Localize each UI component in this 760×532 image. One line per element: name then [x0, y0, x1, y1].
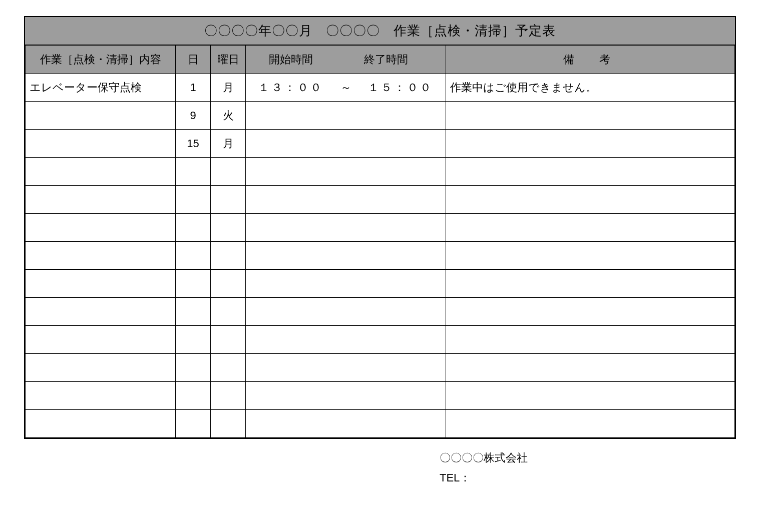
cell-end [356, 410, 446, 438]
cell-weekday [211, 270, 246, 298]
cell-start [246, 270, 336, 298]
cell-weekday [211, 354, 246, 382]
cell-end [356, 242, 446, 270]
cell-separator [336, 326, 356, 354]
cell-content [26, 326, 176, 354]
cell-start [246, 214, 336, 242]
cell-separator [336, 186, 356, 214]
cell-weekday [211, 186, 246, 214]
cell-end: １５：００ [356, 74, 446, 102]
cell-weekday [211, 298, 246, 326]
cell-content [26, 410, 176, 438]
cell-separator [336, 298, 356, 326]
cell-end [356, 214, 446, 242]
table-row [26, 186, 735, 214]
cell-separator [336, 270, 356, 298]
table-row [26, 326, 735, 354]
cell-separator [336, 354, 356, 382]
schedule-table: 作業［点検・清掃］内容 日 曜日 開始時間 終了時間 備 考 エレベーター保守点… [25, 45, 735, 438]
cell-separator [336, 382, 356, 410]
cell-content [26, 158, 176, 186]
cell-day [176, 298, 211, 326]
table-row [26, 270, 735, 298]
cell-day [176, 382, 211, 410]
cell-note [446, 382, 735, 410]
cell-end [356, 102, 446, 130]
cell-start [246, 354, 336, 382]
cell-weekday: 月 [211, 130, 246, 158]
cell-content [26, 354, 176, 382]
header-start: 開始時間 [246, 52, 336, 67]
cell-separator [336, 214, 356, 242]
table-row: 9火 [26, 102, 735, 130]
header-row: 作業［点検・清掃］内容 日 曜日 開始時間 終了時間 備 考 [26, 46, 735, 74]
cell-day [176, 326, 211, 354]
cell-start [246, 410, 336, 438]
cell-content [26, 270, 176, 298]
header-note: 備 考 [446, 46, 735, 74]
cell-weekday: 火 [211, 102, 246, 130]
cell-separator [336, 242, 356, 270]
cell-weekday [211, 410, 246, 438]
cell-content [26, 130, 176, 158]
cell-note [446, 214, 735, 242]
cell-note [446, 158, 735, 186]
cell-weekday [211, 214, 246, 242]
cell-day [176, 214, 211, 242]
cell-content: エレベーター保守点検 [26, 74, 176, 102]
table-row [26, 158, 735, 186]
company-name: 〇〇〇〇株式会社 [440, 448, 736, 468]
cell-note [446, 326, 735, 354]
cell-end [356, 382, 446, 410]
table-row: 15月 [26, 130, 735, 158]
cell-start [246, 298, 336, 326]
cell-weekday [211, 382, 246, 410]
cell-weekday [211, 326, 246, 354]
cell-content [26, 242, 176, 270]
cell-content [26, 214, 176, 242]
footer: 〇〇〇〇株式会社 TEL： [440, 448, 736, 487]
cell-end [356, 186, 446, 214]
cell-start [246, 102, 336, 130]
cell-weekday [211, 158, 246, 186]
cell-day [176, 270, 211, 298]
cell-note [446, 298, 735, 326]
sheet-title: 〇〇〇〇年〇〇月 〇〇〇〇 作業［点検・清掃］予定表 [25, 17, 735, 45]
cell-day: 1 [176, 74, 211, 102]
cell-content [26, 298, 176, 326]
cell-separator [336, 158, 356, 186]
cell-end [356, 130, 446, 158]
schedule-sheet: 〇〇〇〇年〇〇月 〇〇〇〇 作業［点検・清掃］予定表 作業［点検・清掃］内容 日… [24, 16, 736, 439]
table-row [26, 410, 735, 438]
cell-day [176, 158, 211, 186]
cell-note [446, 102, 735, 130]
cell-end [356, 326, 446, 354]
cell-separator: ～ [336, 74, 356, 102]
table-row: エレベーター保守点検1月１３：００～１５：００作業中はご使用できません。 [26, 74, 735, 102]
cell-day [176, 186, 211, 214]
cell-end [356, 354, 446, 382]
cell-separator [336, 410, 356, 438]
cell-day [176, 354, 211, 382]
table-row [26, 242, 735, 270]
cell-separator [336, 102, 356, 130]
cell-content [26, 382, 176, 410]
cell-start [246, 186, 336, 214]
tel-label: TEL： [440, 468, 736, 488]
cell-start [246, 158, 336, 186]
table-row [26, 298, 735, 326]
cell-note [446, 270, 735, 298]
cell-end [356, 158, 446, 186]
table-row [26, 382, 735, 410]
cell-separator [336, 130, 356, 158]
cell-content [26, 186, 176, 214]
cell-end [356, 298, 446, 326]
cell-end [356, 270, 446, 298]
cell-content [26, 102, 176, 130]
cell-start [246, 242, 336, 270]
cell-weekday: 月 [211, 74, 246, 102]
cell-day [176, 242, 211, 270]
cell-start [246, 382, 336, 410]
header-weekday: 曜日 [211, 46, 246, 74]
cell-day: 9 [176, 102, 211, 130]
